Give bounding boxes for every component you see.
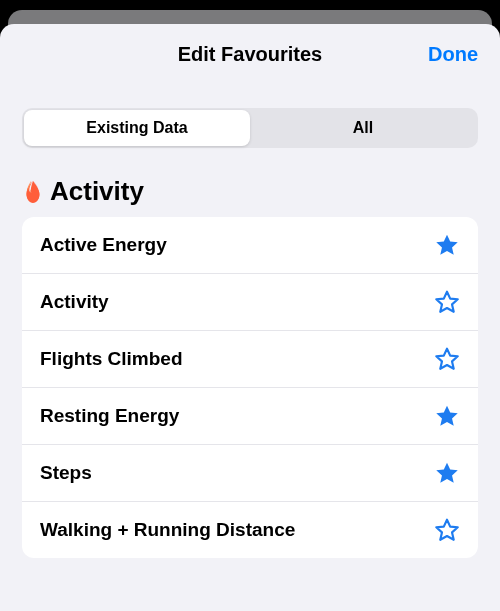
item-label: Activity	[40, 291, 109, 313]
activity-section: Activity Active Energy Activity Flights …	[22, 176, 478, 558]
list-item[interactable]: Walking + Running Distance	[22, 502, 478, 558]
star-outline-icon	[434, 346, 460, 372]
modal-header: Edit Favourites Done	[0, 24, 500, 84]
item-label: Steps	[40, 462, 92, 484]
item-label: Walking + Running Distance	[40, 519, 295, 541]
segment-all[interactable]: All	[250, 110, 476, 146]
list-item[interactable]: Resting Energy	[22, 388, 478, 445]
star-outline-icon	[434, 517, 460, 543]
star-filled-icon	[434, 232, 460, 258]
star-filled-icon	[434, 460, 460, 486]
list-item[interactable]: Steps	[22, 445, 478, 502]
list-item[interactable]: Activity	[22, 274, 478, 331]
flame-icon	[22, 179, 44, 205]
section-title: Activity	[50, 176, 144, 207]
star-outline-icon	[434, 289, 460, 315]
item-label: Active Energy	[40, 234, 167, 256]
item-label: Resting Energy	[40, 405, 179, 427]
header-title: Edit Favourites	[178, 43, 322, 66]
item-label: Flights Climbed	[40, 348, 183, 370]
segmented-control: Existing Data All	[22, 108, 478, 148]
modal-sheet: Edit Favourites Done Existing Data All A…	[0, 24, 500, 611]
section-header: Activity	[22, 176, 478, 207]
segment-existing-data[interactable]: Existing Data	[24, 110, 250, 146]
star-filled-icon	[434, 403, 460, 429]
list-item[interactable]: Flights Climbed	[22, 331, 478, 388]
list-item[interactable]: Active Energy	[22, 217, 478, 274]
favourites-list: Active Energy Activity Flights Climbed R…	[22, 217, 478, 558]
done-button[interactable]: Done	[428, 43, 478, 66]
